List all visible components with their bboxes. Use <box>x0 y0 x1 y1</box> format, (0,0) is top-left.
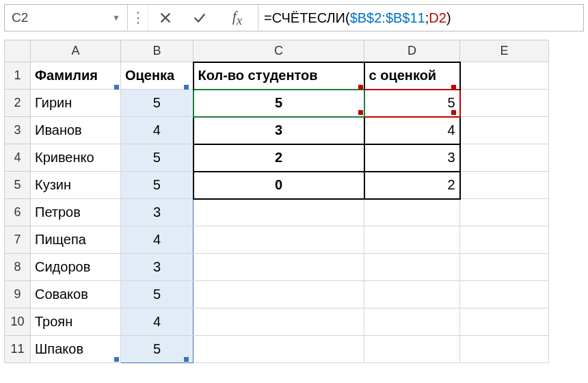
col-header-E[interactable]: E <box>460 40 549 62</box>
cell-E9[interactable] <box>460 281 549 308</box>
cell-E1[interactable] <box>460 62 549 90</box>
cell-C3[interactable]: 3 <box>193 117 364 144</box>
cell-B7[interactable]: 4 <box>121 226 193 254</box>
col-header-C[interactable]: C <box>193 40 364 62</box>
row-header[interactable]: 5 <box>5 172 31 199</box>
select-all-corner[interactable] <box>5 40 31 62</box>
cell-C2[interactable]: 5 <box>193 90 364 117</box>
cell-D5[interactable]: 2 <box>364 172 460 199</box>
row-header[interactable]: 4 <box>5 144 31 172</box>
row-header[interactable]: 6 <box>5 199 31 226</box>
col-header-B[interactable]: B <box>121 40 193 62</box>
cell-B10[interactable]: 4 <box>121 308 193 336</box>
col-header-A[interactable]: A <box>31 40 121 62</box>
cell-D4[interactable]: 3 <box>364 144 460 172</box>
cell-C10[interactable] <box>193 308 364 336</box>
chevron-down-icon[interactable]: ▼ <box>112 13 120 23</box>
cell-B8[interactable]: 3 <box>121 254 193 281</box>
cell-D1[interactable]: с оценкой <box>364 62 460 90</box>
cell-A3[interactable]: Иванов <box>31 117 121 144</box>
x-icon <box>158 10 173 25</box>
cell-B2[interactable]: 5 <box>121 90 193 117</box>
name-box-value: C2 <box>12 10 28 25</box>
col-header-D[interactable]: D <box>364 40 460 62</box>
confirm-formula-button[interactable] <box>183 5 217 31</box>
fx-icon: fx <box>232 8 242 28</box>
cell-C8[interactable] <box>193 254 364 281</box>
cell-D10[interactable] <box>364 308 460 336</box>
formula-text-prefix: =СЧЁТЕСЛИ( <box>264 10 350 26</box>
cell-E6[interactable] <box>460 199 549 226</box>
row-header[interactable]: 9 <box>5 281 31 308</box>
cell-C7[interactable] <box>193 226 364 254</box>
row-header[interactable]: 3 <box>5 117 31 144</box>
range-handle-icon[interactable] <box>358 110 363 115</box>
formula-text-suffix: ) <box>446 10 451 26</box>
cell-C11[interactable] <box>193 336 364 363</box>
cell-B4[interactable]: 5 <box>121 144 193 172</box>
cell-B9[interactable]: 5 <box>121 281 193 308</box>
formula-input[interactable]: =СЧЁТЕСЛИ($B$2:$B$11;D2) <box>258 5 583 31</box>
row-header[interactable]: 2 <box>5 90 31 117</box>
cell-E5[interactable] <box>460 172 549 199</box>
cell-A6[interactable]: Петров <box>31 199 121 226</box>
range-handle-icon[interactable] <box>358 85 363 90</box>
cell-B1[interactable]: Оценка <box>121 62 193 90</box>
name-box[interactable]: C2 ▼ <box>5 5 128 31</box>
insert-function-button[interactable]: fx <box>217 5 258 31</box>
row-header[interactable]: 11 <box>5 336 31 363</box>
formula-ref-2: D2 <box>429 10 446 26</box>
range-handle-icon[interactable] <box>114 357 119 362</box>
range-handle-icon[interactable] <box>184 85 189 90</box>
cell-E8[interactable] <box>460 254 549 281</box>
formula-bar: C2 ▼ ⋮ fx =СЧЁТЕСЛИ($B$2:$B$11;D2) <box>4 4 584 31</box>
cell-A11[interactable]: Шпаков <box>31 336 121 363</box>
cell-A8[interactable]: Сидоров <box>31 254 121 281</box>
cell-A10[interactable]: Троян <box>31 308 121 336</box>
row-header[interactable]: 8 <box>5 254 31 281</box>
range-handle-icon[interactable] <box>184 357 189 362</box>
cell-D11[interactable] <box>364 336 460 363</box>
cell-E10[interactable] <box>460 308 549 336</box>
cell-E2[interactable] <box>460 90 549 117</box>
range-handle-icon[interactable] <box>451 85 456 90</box>
cell-A1[interactable]: Фамилия <box>31 62 121 90</box>
formula-ref-1: $B$2:$B$11 <box>350 10 425 26</box>
cell-D8[interactable] <box>364 254 460 281</box>
row-header[interactable]: 1 <box>5 62 31 90</box>
range-handle-icon[interactable] <box>114 85 119 90</box>
row-header[interactable]: 7 <box>5 226 31 254</box>
check-icon <box>192 10 207 25</box>
cell-B6[interactable]: 3 <box>121 199 193 226</box>
cell-E7[interactable] <box>460 226 549 254</box>
spreadsheet-grid[interactable]: A B C D E 1 Фамилия Оценка Кол-во студен… <box>4 40 549 363</box>
cell-A4[interactable]: Кривенко <box>31 144 121 172</box>
range-handle-icon[interactable] <box>451 110 456 115</box>
cell-D3[interactable]: 4 <box>364 117 460 144</box>
cell-B3[interactable]: 4 <box>121 117 193 144</box>
cell-E11[interactable] <box>460 336 549 363</box>
cell-A2[interactable]: Гирин <box>31 90 121 117</box>
cell-D7[interactable] <box>364 226 460 254</box>
cell-C4[interactable]: 2 <box>193 144 364 172</box>
row-header[interactable]: 10 <box>5 308 31 336</box>
cell-B11[interactable]: 5 <box>121 336 193 363</box>
cell-D9[interactable] <box>364 281 460 308</box>
cell-D6[interactable] <box>364 199 460 226</box>
cell-E3[interactable] <box>460 117 549 144</box>
cell-A5[interactable]: Кузин <box>31 172 121 199</box>
cell-C9[interactable] <box>193 281 364 308</box>
divider-icon: ⋮ <box>128 5 148 31</box>
cell-A9[interactable]: Соваков <box>31 281 121 308</box>
cancel-formula-button[interactable] <box>148 5 183 31</box>
cell-D2[interactable]: 5 <box>364 90 460 117</box>
cell-C6[interactable] <box>193 199 364 226</box>
cell-B5[interactable]: 5 <box>121 172 193 199</box>
cell-E4[interactable] <box>460 144 549 172</box>
cell-C5[interactable]: 0 <box>193 172 364 199</box>
cell-A7[interactable]: Пищепа <box>31 226 121 254</box>
cell-C1[interactable]: Кол-во студентов <box>193 62 364 90</box>
